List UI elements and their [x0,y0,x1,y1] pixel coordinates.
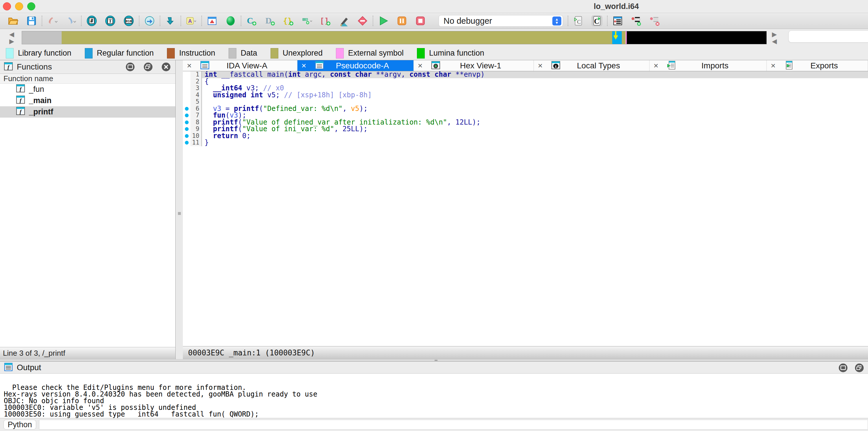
breakpoint-list-delete-icon[interactable] [649,16,660,26]
navband-segment-unexplored[interactable] [62,31,613,44]
navband-scroll-left-icon[interactable]: ◀ [9,31,14,38]
minimize-window-button[interactable] [15,2,23,10]
code-text: int __fastcall main(int argc, const char… [202,71,868,78]
tab-imports[interactable]: × Imports [650,60,767,71]
output-panel: Output Please check the Edit/Plugins men… [0,361,868,431]
make-number-icon[interactable]: # [86,16,97,26]
add-class-icon[interactable]: C [246,16,257,26]
legend-item: Data [228,48,257,58]
open-file-icon[interactable] [7,16,19,26]
vertical-splitter[interactable] [176,60,183,359]
function-icon: f [16,107,25,117]
output-header: Output [0,362,868,373]
color-legend: Library function Regular function Instru… [0,46,868,60]
navband-segment-data[interactable] [22,31,62,44]
jump-forward-icon[interactable] [65,16,76,26]
float-panel-icon[interactable] [143,62,153,72]
breakpoint-icon[interactable] [357,16,368,26]
navigation-band[interactable] [22,31,767,44]
function-icon: f [16,95,25,106]
code-line: 2 { [183,78,868,85]
legend-swatch [336,48,344,58]
function-row[interactable]: f _main [0,95,175,106]
legend-label: Lumina function [429,49,484,58]
svg-text:010: 010 [126,20,132,23]
rename-icon[interactable]: A [186,16,197,26]
tab-close-icon[interactable]: × [302,61,310,70]
breakpoint-list-add-icon[interactable] [631,16,642,26]
navband-scroll-left2-icon[interactable]: ◀ [772,38,777,45]
start-process-icon[interactable] [378,16,389,26]
window-list-icon[interactable] [612,16,623,26]
tab-close-icon[interactable]: × [771,61,779,70]
cli-input[interactable] [39,420,868,430]
maximize-output-icon[interactable] [838,363,848,373]
legend-label: Library function [18,49,71,58]
pause-process-icon[interactable] [396,16,407,26]
code-line: 6 v3 = printf("Defined_var: %d\n", v5); [183,106,868,112]
stop-process-icon[interactable] [415,16,426,26]
cli-row: Python [0,418,868,431]
tab-close-icon[interactable]: × [538,61,547,70]
legend-swatch [85,48,93,58]
navband-range-box[interactable] [788,30,868,42]
navband-segment-unexplored[interactable] [622,31,625,44]
window-capture-icon[interactable] [207,16,218,26]
debugger-select[interactable]: No debugger ▲▼ [439,15,563,27]
save-file-icon[interactable] [26,16,37,26]
jump-next-icon[interactable] [165,16,176,26]
maximize-panel-icon[interactable] [125,62,135,72]
pseudocode-view[interactable]: 1 int __fastcall main(int argc, const ch… [183,71,868,346]
function-row[interactable]: f _printf [0,106,175,118]
add-braces-icon[interactable]: {} [283,16,294,26]
ida-window: lo_world.i64 #T010ACD{}[] No debugger ▲▼… [0,0,868,431]
svg-text:C: C [577,19,581,25]
tab-pseudocode-a[interactable]: × Pseudocode-A [298,60,414,71]
float-output-icon[interactable] [854,363,864,373]
generate-pseudocode-icon[interactable]: C [591,16,602,26]
code-text: printf("Value of ini_var: %d", 25LL); [202,126,868,133]
code-line: 9 printf("Value of ini_var: %d", 25LL); [183,126,868,133]
horizontal-splitter[interactable] [0,359,868,361]
zoom-window-button[interactable] [27,2,35,10]
make-string-icon[interactable]: T [105,16,116,26]
quick-pseudocode-icon[interactable]: C [573,16,584,26]
code-line: 4 unsigned int v5; // [xsp+18h] [xbp-8h] [183,92,868,99]
add-data-icon[interactable]: D [265,16,275,26]
tab-label: IDA View-A [210,61,297,70]
function-name: _main [29,96,52,105]
navband-scroll-right2-icon[interactable]: ▶ [772,31,777,38]
legend-swatch [228,48,237,58]
tab-local-types[interactable]: × t Local Types [534,60,650,71]
gutter-cell [183,92,190,99]
address-bullet-icon [183,119,190,126]
close-window-button[interactable] [3,2,11,10]
tab-close-icon[interactable]: × [654,61,662,70]
tab-close-icon[interactable]: × [187,61,195,70]
edit-text-icon[interactable] [339,16,349,26]
navband-segment-instruction-block[interactable] [627,31,767,44]
tab-exports[interactable]: × Exports [767,60,868,71]
add-struct-icon[interactable] [302,16,312,26]
jump-back-icon[interactable] [47,16,58,26]
svg-text:D: D [265,16,272,25]
colors-icon[interactable] [225,16,236,26]
code-text: } [202,139,868,146]
cli-language-button[interactable]: Python [3,420,36,430]
function-name-column-header[interactable]: Function name [0,74,175,84]
make-binary-icon[interactable]: 010 [123,16,134,26]
line-number: 4 [190,92,202,99]
close-panel-icon[interactable] [161,62,171,72]
toolbar-separator [568,16,568,26]
tab-close-icon[interactable]: × [418,61,427,70]
tab-hex-view-1[interactable]: × Hex View-1 [414,60,534,71]
jump-target-icon[interactable] [144,16,155,26]
output-log[interactable]: Please check the Edit/Plugins menu for m… [0,373,868,418]
add-array-icon[interactable]: [] [320,16,331,26]
function-row[interactable]: f _fun [0,84,175,95]
tab-label: Local Types [560,61,649,70]
navband-scroll-right-icon[interactable]: ▶ [9,38,14,45]
legend-item: Instruction [167,48,215,58]
tab-ida-view-a[interactable]: × IDA View-A [183,60,298,71]
imports-icon [667,61,676,71]
